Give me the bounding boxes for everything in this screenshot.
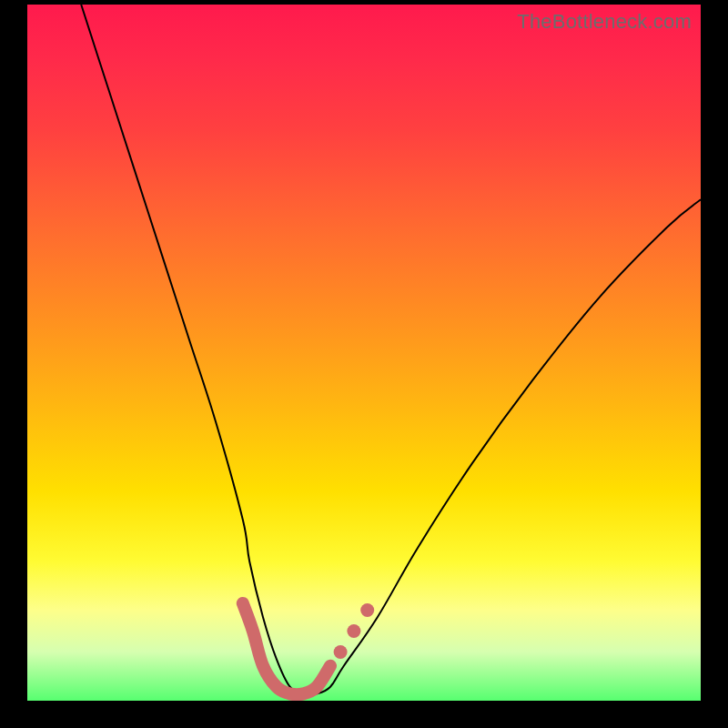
chart-frame: TheBottleneck.com (27, 5, 701, 701)
accent-dot (347, 624, 360, 638)
accent-dot (360, 603, 374, 617)
bottleneck-curve-path (81, 5, 701, 694)
accent-dot (334, 645, 348, 659)
bottleneck-chart (27, 5, 701, 701)
